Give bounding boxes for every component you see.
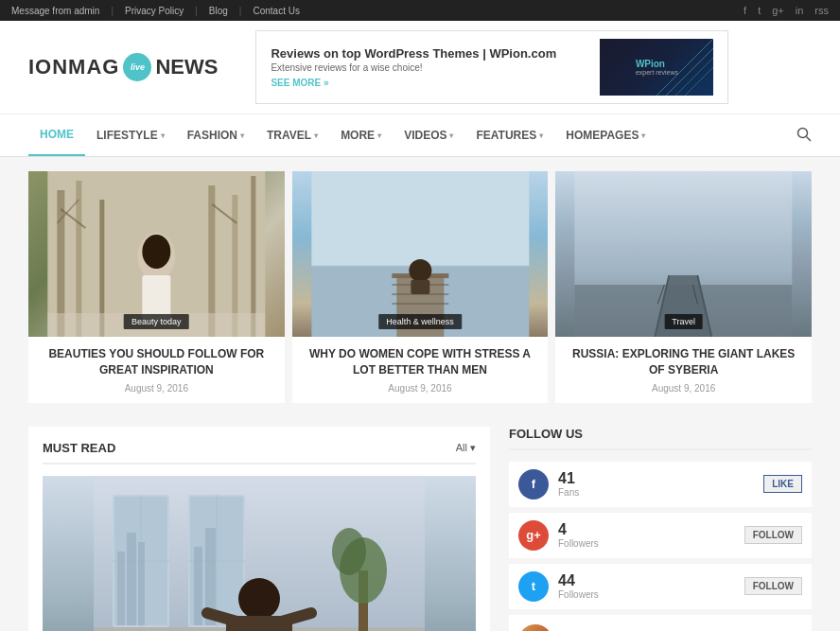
twitter-follow-button[interactable]: FOLLOW	[744, 577, 802, 595]
must-read-title: MUST READ	[43, 441, 115, 455]
svg-rect-29	[411, 280, 429, 294]
svg-rect-12	[251, 176, 255, 337]
featured-card-1[interactable]: Beauty today BEAUTIES YOU SHOULD FOLLOW …	[28, 171, 285, 403]
svg-rect-20	[311, 171, 529, 266]
twitter-label: Followers	[558, 589, 599, 600]
ad-text: Reviews on top WordPress Themes | WPion.…	[271, 46, 556, 89]
featured-title-1: BEAUTIES YOU SHOULD FOLLOW FOR GREAT INS…	[36, 346, 277, 378]
chevron-down-icon: ▾	[240, 131, 244, 140]
must-read-image	[43, 476, 476, 631]
social-left-googleplus: g+ 4 Followers	[518, 520, 599, 551]
featured-title-3: RUSSIA: EXPLORING THE GIANT LAKES OF SYB…	[563, 346, 804, 378]
logo-live-badge: live	[123, 53, 151, 81]
googleplus-icon: g+	[518, 520, 549, 551]
ad-title: Reviews on top WordPress Themes | WPion.…	[271, 46, 556, 61]
top-bar-item[interactable]: Privacy Policy	[125, 6, 184, 16]
featured-image-2: Health & wellness	[292, 171, 549, 337]
svg-point-19	[142, 235, 170, 269]
ad-subtitle: Extensive reviews for a wise choice!	[271, 62, 556, 73]
svg-rect-47	[127, 533, 136, 625]
social-icon-top[interactable]: in	[796, 5, 804, 16]
logo[interactable]: IONMAG live NEWS	[28, 53, 218, 81]
svg-point-58	[332, 528, 366, 575]
ad-see-more[interactable]: SEE MORE »	[271, 78, 328, 88]
ad-decoration	[656, 39, 713, 96]
featured-card-3[interactable]: Travel RUSSIA: EXPLORING THE GIANT LAKES…	[555, 171, 812, 403]
nav-items: HOME LIFESTYLE ▾ FASHION ▾ TRAVEL ▾ MORE…	[28, 114, 656, 156]
top-bar-item[interactable]: Message from admin	[11, 6, 99, 16]
must-read-header: MUST READ All ▾	[43, 441, 476, 464]
social-icon-top[interactable]: rss	[814, 5, 829, 16]
top-bar-separator: |	[195, 6, 198, 16]
nav-item-travel[interactable]: TRAVEL ▾	[255, 115, 329, 155]
featured-info-1: BEAUTIES YOU SHOULD FOLLOW FOR GREAT INS…	[28, 337, 285, 403]
social-icon-top[interactable]: t	[758, 5, 761, 16]
svg-line-1	[666, 48, 713, 96]
googleplus-follow-button[interactable]: FOLLOW	[744, 526, 802, 544]
social-stats-facebook: 41 Fans	[558, 470, 579, 498]
must-read-filter[interactable]: All ▾	[456, 442, 476, 454]
follow-us-title: FOLLOW US	[509, 427, 812, 450]
social-item-twitter: t 44 Followers FOLLOW	[509, 564, 812, 609]
category-badge-3: Travel	[664, 314, 703, 329]
svg-rect-46	[117, 552, 125, 625]
googleplus-count: 4	[558, 521, 599, 538]
logo-text-ionmag: IONMAG	[28, 55, 119, 79]
chevron-down-icon: ▾	[314, 131, 318, 140]
svg-point-28	[409, 259, 431, 282]
nav-item-fashion[interactable]: FASHION ▾	[176, 115, 255, 155]
social-item-facebook: f 41 Fans LIKE	[509, 462, 812, 507]
featured-card-2[interactable]: Health & wellness WHY DO WOMEN COPE WITH…	[292, 171, 549, 403]
top-bar-separator: |	[239, 6, 242, 16]
follow-us-section: FOLLOW US f 41 Fans LIKE	[509, 427, 812, 631]
instagram-avatar	[518, 624, 552, 631]
nav-item-more[interactable]: MORE ▾	[329, 115, 393, 155]
instagram-profile: @andreadabene 405.2k Followers Follow	[518, 624, 802, 631]
svg-rect-49	[194, 547, 202, 625]
chevron-down-icon: ▾	[449, 131, 453, 140]
top-bar-separator: |	[111, 6, 114, 16]
social-stats-twitter: 44 Followers	[558, 572, 599, 600]
top-bar-item[interactable]: Contact Us	[253, 6, 299, 16]
svg-point-4	[798, 128, 808, 137]
must-read-image-placeholder	[43, 476, 476, 631]
top-bar: Message from admin | Privacy Policy | Bl…	[0, 0, 840, 21]
social-left-twitter: t 44 Followers	[518, 571, 599, 602]
twitter-count: 44	[558, 572, 599, 589]
top-bar-item[interactable]: Blog	[209, 6, 228, 16]
search-icon[interactable]	[796, 127, 812, 145]
svg-line-0	[656, 39, 713, 96]
facebook-icon: f	[518, 469, 549, 500]
chevron-down-icon: ▾	[641, 131, 645, 140]
featured-date-2: August 9, 2016	[300, 383, 541, 394]
featured-date-3: August 9, 2016	[563, 383, 804, 394]
featured-date-1: August 9, 2016	[36, 383, 277, 394]
featured-image-3: Travel	[555, 171, 812, 337]
facebook-count: 41	[558, 470, 579, 487]
nav-item-features[interactable]: FEATURES ▾	[464, 115, 554, 155]
category-badge-2: Health & wellness	[378, 314, 462, 329]
must-read-section: MUST READ All ▾	[28, 427, 490, 631]
header: IONMAG live NEWS Reviews on top WordPres…	[0, 21, 840, 114]
nav-item-lifestyle[interactable]: LIFESTYLE ▾	[85, 115, 176, 155]
svg-point-52	[238, 578, 280, 620]
ad-banner[interactable]: Reviews on top WordPress Themes | WPion.…	[255, 30, 728, 104]
svg-rect-48	[138, 542, 145, 625]
social-icon-top[interactable]: g+	[772, 5, 784, 16]
facebook-like-button[interactable]: LIKE	[763, 475, 802, 493]
social-stats-googleplus: 4 Followers	[558, 521, 599, 549]
facebook-label: Fans	[558, 487, 579, 498]
social-icon-top[interactable]: f	[744, 5, 746, 16]
main-content: Beauty today BEAUTIES YOU SHOULD FOLLOW …	[0, 157, 840, 631]
nav-item-homepages[interactable]: HOMEPAGES ▾	[554, 115, 656, 155]
nav-item-home[interactable]: HOME	[28, 114, 85, 156]
svg-line-2	[675, 58, 713, 96]
nav-item-videos[interactable]: VIDEOS ▾	[393, 115, 464, 155]
featured-grid: Beauty today BEAUTIES YOU SHOULD FOLLOW …	[28, 171, 812, 403]
twitter-icon: t	[518, 571, 549, 602]
featured-info-3: RUSSIA: EXPLORING THE GIANT LAKES OF SYB…	[555, 337, 812, 403]
featured-title-2: WHY DO WOMEN COPE WITH STRESS A LOT BETT…	[300, 346, 541, 378]
googleplus-label: Followers	[558, 538, 599, 549]
bottom-section: MUST READ All ▾	[28, 427, 812, 631]
chevron-down-icon: ▾	[161, 131, 165, 140]
